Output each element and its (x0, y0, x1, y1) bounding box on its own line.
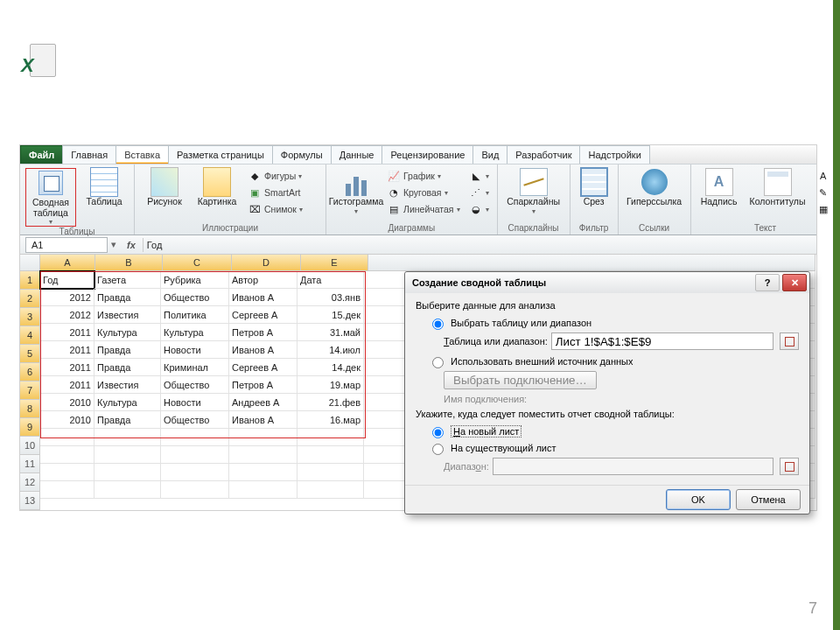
row-headers[interactable]: 123 456 789 10111213 (20, 271, 40, 510)
cell[interactable]: 2011 (40, 341, 94, 359)
cell[interactable]: 14.июл (298, 341, 364, 359)
col-header-C[interactable]: C (163, 255, 232, 271)
cell[interactable]: 31.май (298, 324, 364, 341)
radio-select-range[interactable]: Выбрать таблицу или диапазон (428, 316, 799, 330)
cell[interactable] (229, 464, 298, 481)
other-chart-button[interactable]: ◒▾ (466, 201, 492, 217)
col-header-B[interactable]: B (95, 255, 163, 271)
cell[interactable] (161, 464, 229, 481)
tab-addins[interactable]: Надстройки (579, 145, 649, 164)
cell[interactable]: 21.фев (298, 394, 364, 411)
cell[interactable] (94, 446, 161, 464)
cell[interactable] (40, 429, 94, 446)
radio-external-source-input[interactable] (432, 357, 444, 368)
object-button[interactable]: ▦ (814, 201, 835, 217)
cell[interactable] (94, 481, 161, 499)
cell[interactable]: Общество (161, 376, 229, 394)
cell[interactable]: Год (40, 271, 94, 289)
cell[interactable]: Иванов А (229, 411, 298, 429)
smartart-button[interactable]: ▣SmartArt (245, 185, 320, 200)
textbox-button[interactable]: A Надпись (696, 168, 742, 207)
cell[interactable] (161, 429, 229, 446)
cell[interactable]: Автор (229, 271, 298, 289)
cell[interactable]: Новости (161, 341, 229, 359)
cell[interactable]: Культура (94, 394, 161, 411)
tab-data[interactable]: Данные (331, 145, 383, 164)
cell[interactable]: Сергеев А (229, 306, 298, 324)
cell[interactable]: Политика (161, 306, 229, 324)
scatter-chart-button[interactable]: ⋰▾ (466, 185, 492, 200)
cell[interactable] (161, 481, 229, 499)
dialog-help-button[interactable]: ? (755, 274, 780, 291)
cell[interactable]: Новости (161, 394, 229, 411)
cell[interactable]: 2011 (40, 359, 94, 376)
formula-input[interactable]: Год (143, 238, 816, 252)
tab-view[interactable]: Вид (472, 145, 508, 164)
cell[interactable]: Рубрика (161, 271, 229, 289)
cell[interactable]: 2010 (40, 394, 94, 411)
cell[interactable] (298, 464, 364, 481)
cell[interactable] (40, 446, 94, 464)
cell[interactable]: Правда (94, 341, 161, 359)
cell[interactable]: Известия (94, 376, 161, 394)
fx-icon[interactable]: fx (127, 240, 136, 250)
source-range-input[interactable] (551, 332, 774, 350)
cell[interactable]: Петров А (229, 324, 298, 341)
cell[interactable] (40, 464, 94, 481)
table-button[interactable]: Таблица (80, 168, 129, 207)
bar-chart-button[interactable]: ▤Линейчатая▾ (384, 201, 463, 217)
radio-new-sheet-input[interactable] (432, 427, 444, 438)
cell[interactable] (94, 429, 161, 446)
tab-file[interactable]: Файл (20, 145, 63, 164)
cell[interactable]: Петров А (229, 376, 298, 394)
cell[interactable]: Криминал (161, 359, 229, 376)
pie-chart-button[interactable]: ◔Круговая▾ (384, 185, 463, 200)
cell[interactable]: Культура (94, 324, 161, 341)
col-header-A[interactable]: A (40, 255, 95, 271)
signature-button[interactable]: ✎ (814, 185, 835, 200)
cell[interactable]: 2012 (40, 306, 94, 324)
cell[interactable]: 2012 (40, 289, 94, 306)
cell[interactable] (298, 429, 364, 446)
cell[interactable]: Культура (161, 324, 229, 341)
tab-developer[interactable]: Разработчик (507, 145, 580, 164)
tab-insert[interactable]: Вставка (116, 145, 169, 164)
range-picker-button[interactable] (780, 332, 799, 350)
cell[interactable]: Сергеев А (229, 359, 298, 376)
cell[interactable] (94, 464, 161, 481)
screenshot-button[interactable]: ⌧Снимок▾ (245, 201, 320, 217)
cell[interactable]: Правда (94, 411, 161, 429)
cell[interactable]: 19.мар (298, 376, 364, 394)
cell[interactable]: 16.мар (298, 411, 364, 429)
cell[interactable]: Иванов А (229, 341, 298, 359)
header-footer-button[interactable]: Колонтитулы (746, 168, 810, 207)
cell[interactable] (229, 446, 298, 464)
radio-select-range-input[interactable] (432, 318, 444, 330)
wordart-button[interactable]: A (814, 168, 835, 184)
col-header-E[interactable]: E (301, 255, 368, 271)
sparklines-button[interactable]: Спарклайны▾ (503, 168, 564, 215)
line-chart-button[interactable]: 📈График▾ (384, 168, 463, 184)
col-header-D[interactable]: D (232, 255, 301, 271)
area-chart-button[interactable]: ◣▾ (466, 168, 492, 184)
cell[interactable] (229, 429, 298, 446)
hyperlink-button[interactable]: Гиперссылка (624, 168, 685, 207)
cell[interactable]: 03.янв (298, 289, 364, 306)
dest-range-picker-button[interactable] (780, 458, 799, 475)
cell[interactable] (161, 446, 229, 464)
radio-existing-sheet-input[interactable] (432, 444, 444, 455)
cell[interactable] (229, 481, 298, 499)
cell[interactable]: 2011 (40, 324, 94, 341)
cell[interactable]: Правда (94, 289, 161, 306)
column-chart-button[interactable]: Гистограмма ▾ (332, 168, 381, 215)
cell[interactable]: Дата (298, 271, 364, 289)
ok-button[interactable]: OK (666, 489, 731, 510)
dialog-close-button[interactable]: ✕ (782, 274, 807, 291)
radio-existing-sheet[interactable]: На существующий лист (428, 441, 799, 455)
cell[interactable]: Правда (94, 359, 161, 376)
cell[interactable]: 15.дек (298, 306, 364, 324)
tab-home[interactable]: Главная (62, 145, 116, 164)
dialog-titlebar[interactable]: Создание сводной таблицы ? ✕ (405, 272, 809, 293)
cell[interactable]: Андреев А (229, 394, 298, 411)
picture-button[interactable]: Рисунок (140, 168, 189, 207)
